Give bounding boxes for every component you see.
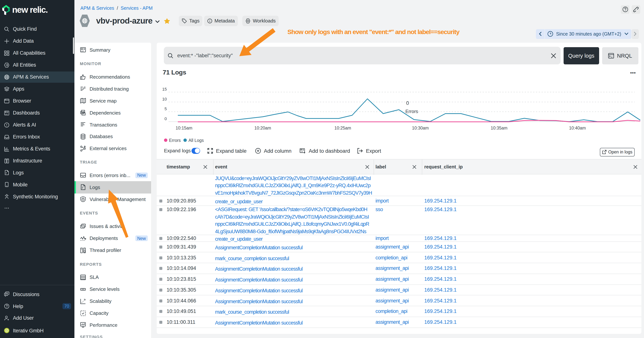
- svg-text:10:25am: 10:25am: [334, 126, 351, 130]
- svg-text:15: 15: [162, 87, 167, 92]
- svg-text:0: 0: [406, 100, 409, 106]
- svg-text:10:15am: 10:15am: [176, 126, 192, 130]
- svg-text:5: 5: [164, 107, 167, 111]
- svg-text:10:20am: 10:20am: [254, 126, 271, 130]
- svg-text:Errors: Errors: [406, 109, 418, 114]
- svg-text:10:30am: 10:30am: [412, 126, 429, 130]
- svg-text:10: 10: [162, 97, 167, 101]
- svg-text:0: 0: [164, 116, 167, 121]
- svg-text:All Logs: All Logs: [188, 138, 204, 143]
- svg-text:10:35am: 10:35am: [491, 126, 508, 130]
- svg-text:10:40am: 10:40am: [569, 126, 586, 130]
- svg-text:Errors: Errors: [169, 138, 181, 143]
